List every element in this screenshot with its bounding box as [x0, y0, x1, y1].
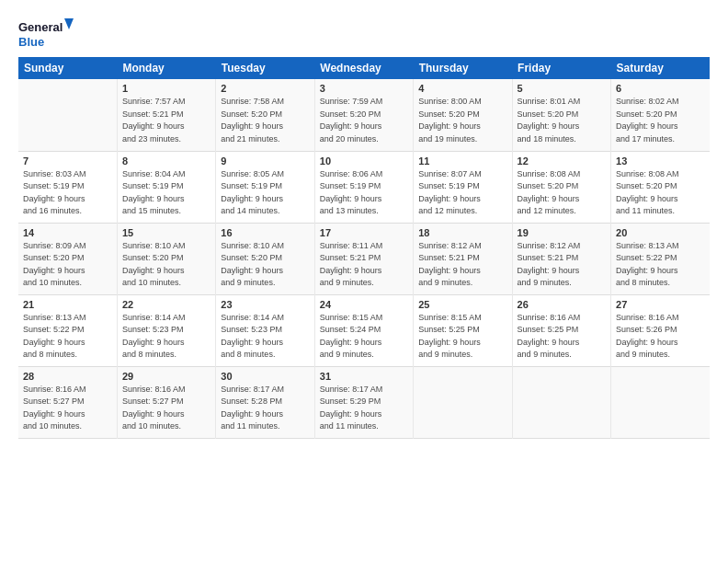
col-header-sunday: Sunday [18, 57, 117, 79]
logo: General Blue [18, 17, 74, 52]
day-number: 14 [23, 227, 112, 238]
svg-text:Blue: Blue [18, 35, 44, 49]
day-number: 13 [616, 155, 705, 167]
day-info: Sunrise: 8:16 AM Sunset: 5:26 PM Dayligh… [616, 312, 705, 362]
day-info: Sunrise: 8:01 AM Sunset: 5:20 PM Dayligh… [518, 96, 606, 145]
day-number: 20 [616, 227, 705, 238]
day-number: 23 [221, 299, 309, 310]
col-header-friday: Friday [512, 57, 610, 79]
day-number: 27 [616, 299, 705, 310]
day-cell: 11Sunrise: 8:07 AM Sunset: 5:19 PM Dayli… [414, 151, 512, 223]
svg-text:General: General [18, 20, 63, 34]
day-cell: 9Sunrise: 8:05 AM Sunset: 5:19 PM Daylig… [216, 151, 314, 223]
week-row-3: 14Sunrise: 8:09 AM Sunset: 5:20 PM Dayli… [18, 223, 710, 294]
day-number: 10 [320, 155, 408, 167]
day-cell: 15Sunrise: 8:10 AM Sunset: 5:20 PM Dayli… [117, 223, 215, 294]
day-number: 17 [320, 227, 408, 238]
day-info: Sunrise: 7:57 AM Sunset: 5:21 PM Dayligh… [122, 96, 210, 145]
day-cell: 26Sunrise: 8:16 AM Sunset: 5:25 PM Dayli… [512, 294, 610, 366]
day-cell: 17Sunrise: 8:11 AM Sunset: 5:21 PM Dayli… [314, 223, 413, 294]
day-number: 25 [418, 299, 506, 310]
day-cell: 22Sunrise: 8:14 AM Sunset: 5:23 PM Dayli… [117, 294, 215, 366]
col-header-thursday: Thursday [414, 57, 512, 79]
day-info: Sunrise: 8:10 AM Sunset: 5:20 PM Dayligh… [122, 240, 210, 290]
day-cell: 13Sunrise: 8:08 AM Sunset: 5:20 PM Dayli… [611, 151, 710, 223]
day-cell [611, 366, 710, 438]
day-number: 9 [221, 155, 309, 167]
day-info: Sunrise: 8:14 AM Sunset: 5:23 PM Dayligh… [221, 312, 309, 362]
calendar-table: SundayMondayTuesdayWednesdayThursdayFrid… [18, 57, 710, 439]
day-cell: 4Sunrise: 8:00 AM Sunset: 5:20 PM Daylig… [414, 79, 512, 151]
day-info: Sunrise: 8:03 AM Sunset: 5:19 PM Dayligh… [23, 168, 112, 218]
day-cell: 20Sunrise: 8:13 AM Sunset: 5:22 PM Dayli… [611, 223, 710, 294]
day-number: 19 [518, 227, 606, 238]
day-cell: 30Sunrise: 8:17 AM Sunset: 5:28 PM Dayli… [216, 366, 314, 438]
day-info: Sunrise: 7:59 AM Sunset: 5:20 PM Dayligh… [320, 96, 408, 145]
day-info: Sunrise: 8:05 AM Sunset: 5:19 PM Dayligh… [221, 168, 309, 218]
col-header-wednesday: Wednesday [314, 57, 413, 79]
header-row: SundayMondayTuesdayWednesdayThursdayFrid… [18, 57, 710, 79]
week-row-2: 7Sunrise: 8:03 AM Sunset: 5:19 PM Daylig… [18, 151, 710, 223]
calendar-page: General Blue SundayMondayTuesdayWednesda… [0, 0, 728, 563]
day-cell: 3Sunrise: 7:59 AM Sunset: 5:20 PM Daylig… [314, 79, 413, 151]
week-row-1: 1Sunrise: 7:57 AM Sunset: 5:21 PM Daylig… [18, 79, 710, 151]
week-row-5: 28Sunrise: 8:16 AM Sunset: 5:27 PM Dayli… [18, 366, 710, 438]
day-cell: 19Sunrise: 8:12 AM Sunset: 5:21 PM Dayli… [512, 223, 610, 294]
day-number: 22 [122, 299, 210, 310]
col-header-tuesday: Tuesday [216, 57, 314, 79]
day-number: 31 [320, 371, 408, 382]
day-info: Sunrise: 8:16 AM Sunset: 5:27 PM Dayligh… [23, 384, 112, 433]
day-cell: 31Sunrise: 8:17 AM Sunset: 5:29 PM Dayli… [314, 366, 413, 438]
day-cell: 29Sunrise: 8:16 AM Sunset: 5:27 PM Dayli… [117, 366, 215, 438]
day-info: Sunrise: 8:07 AM Sunset: 5:19 PM Dayligh… [418, 168, 506, 218]
day-info: Sunrise: 8:12 AM Sunset: 5:21 PM Dayligh… [418, 240, 506, 290]
day-cell: 24Sunrise: 8:15 AM Sunset: 5:24 PM Dayli… [314, 294, 413, 366]
day-info: Sunrise: 8:14 AM Sunset: 5:23 PM Dayligh… [122, 312, 210, 362]
day-number: 1 [122, 83, 210, 94]
day-number: 16 [221, 227, 309, 238]
day-cell: 27Sunrise: 8:16 AM Sunset: 5:26 PM Dayli… [611, 294, 710, 366]
svg-marker-2 [64, 18, 74, 29]
day-cell: 6Sunrise: 8:02 AM Sunset: 5:20 PM Daylig… [611, 79, 710, 151]
day-cell: 16Sunrise: 8:10 AM Sunset: 5:20 PM Dayli… [216, 223, 314, 294]
day-cell [512, 366, 610, 438]
day-number: 30 [221, 371, 309, 382]
day-number: 7 [23, 155, 112, 167]
day-cell [18, 79, 117, 151]
day-cell: 21Sunrise: 8:13 AM Sunset: 5:22 PM Dayli… [18, 294, 117, 366]
day-number: 29 [122, 371, 210, 382]
day-cell: 7Sunrise: 8:03 AM Sunset: 5:19 PM Daylig… [18, 151, 117, 223]
day-info: Sunrise: 8:12 AM Sunset: 5:21 PM Dayligh… [518, 240, 606, 290]
day-info: Sunrise: 8:15 AM Sunset: 5:24 PM Dayligh… [320, 312, 408, 362]
day-number: 11 [418, 155, 506, 167]
day-number: 26 [518, 299, 606, 310]
day-info: Sunrise: 7:58 AM Sunset: 5:20 PM Dayligh… [221, 96, 309, 145]
day-info: Sunrise: 8:15 AM Sunset: 5:25 PM Dayligh… [418, 312, 506, 362]
day-info: Sunrise: 8:10 AM Sunset: 5:20 PM Dayligh… [221, 240, 309, 290]
day-cell: 1Sunrise: 7:57 AM Sunset: 5:21 PM Daylig… [117, 79, 215, 151]
day-info: Sunrise: 8:09 AM Sunset: 5:20 PM Dayligh… [23, 240, 112, 290]
day-number: 3 [320, 83, 408, 94]
day-number: 5 [518, 83, 606, 94]
day-number: 4 [418, 83, 506, 94]
day-info: Sunrise: 8:08 AM Sunset: 5:20 PM Dayligh… [616, 168, 705, 218]
day-info: Sunrise: 8:06 AM Sunset: 5:19 PM Dayligh… [320, 168, 408, 218]
day-number: 18 [418, 227, 506, 238]
day-number: 12 [518, 155, 606, 167]
day-info: Sunrise: 8:13 AM Sunset: 5:22 PM Dayligh… [616, 240, 705, 290]
day-number: 2 [221, 83, 309, 94]
day-info: Sunrise: 8:04 AM Sunset: 5:19 PM Dayligh… [122, 168, 210, 218]
day-number: 6 [616, 83, 705, 94]
day-cell: 18Sunrise: 8:12 AM Sunset: 5:21 PM Dayli… [414, 223, 512, 294]
day-cell: 5Sunrise: 8:01 AM Sunset: 5:20 PM Daylig… [512, 79, 610, 151]
day-info: Sunrise: 8:08 AM Sunset: 5:20 PM Dayligh… [518, 168, 606, 218]
day-info: Sunrise: 8:02 AM Sunset: 5:20 PM Dayligh… [616, 96, 705, 145]
day-number: 28 [23, 371, 112, 382]
day-info: Sunrise: 8:16 AM Sunset: 5:27 PM Dayligh… [122, 384, 210, 433]
logo-svg: General Blue [18, 17, 74, 52]
day-info: Sunrise: 8:00 AM Sunset: 5:20 PM Dayligh… [418, 96, 506, 145]
day-cell: 8Sunrise: 8:04 AM Sunset: 5:19 PM Daylig… [117, 151, 215, 223]
day-cell: 25Sunrise: 8:15 AM Sunset: 5:25 PM Dayli… [414, 294, 512, 366]
day-cell: 23Sunrise: 8:14 AM Sunset: 5:23 PM Dayli… [216, 294, 314, 366]
day-cell: 14Sunrise: 8:09 AM Sunset: 5:20 PM Dayli… [18, 223, 117, 294]
